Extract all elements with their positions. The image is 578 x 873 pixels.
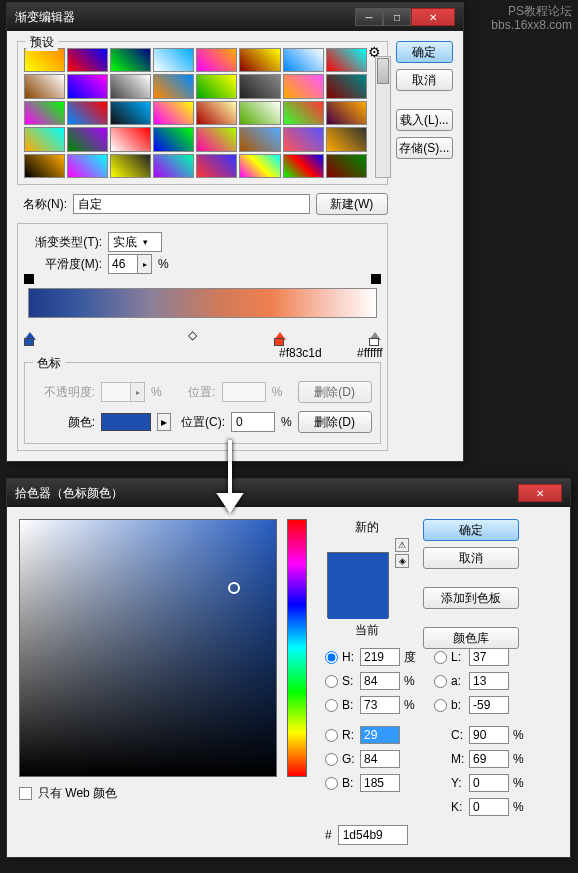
s-radio[interactable] bbox=[325, 675, 338, 688]
preset-swatch[interactable] bbox=[326, 48, 367, 72]
b-radio[interactable] bbox=[325, 699, 338, 712]
color-stop-white[interactable] bbox=[369, 332, 381, 344]
scrollbar[interactable] bbox=[375, 56, 391, 178]
h-radio[interactable] bbox=[325, 651, 338, 664]
preset-swatch[interactable] bbox=[196, 101, 237, 125]
preset-swatch[interactable] bbox=[24, 127, 65, 151]
close-button[interactable]: ✕ bbox=[411, 8, 455, 26]
preset-swatch[interactable] bbox=[196, 74, 237, 98]
preset-swatch[interactable] bbox=[110, 101, 151, 125]
b2-radio[interactable] bbox=[325, 777, 338, 790]
preset-swatch[interactable] bbox=[239, 74, 280, 98]
minimize-button[interactable]: ─ bbox=[355, 8, 383, 26]
hue-slider[interactable] bbox=[287, 519, 307, 777]
color-arrow-icon[interactable]: ▸ bbox=[157, 413, 171, 431]
preset-swatch[interactable] bbox=[239, 101, 280, 125]
preset-swatch[interactable] bbox=[24, 101, 65, 125]
s-input[interactable]: 84 bbox=[360, 672, 400, 690]
preset-swatch[interactable] bbox=[24, 154, 65, 178]
ok-button[interactable]: 确定 bbox=[396, 41, 453, 63]
new-current-swatch[interactable] bbox=[327, 552, 389, 618]
hex-input[interactable]: 1d54b9 bbox=[338, 825, 408, 845]
cancel-button[interactable]: 取消 bbox=[423, 547, 519, 569]
cube-icon[interactable]: ◈ bbox=[395, 554, 409, 568]
delete-opacity-button: 删除(D) bbox=[298, 381, 372, 403]
preset-swatch[interactable] bbox=[196, 154, 237, 178]
preset-swatch[interactable] bbox=[196, 48, 237, 72]
color-stop-red[interactable] bbox=[274, 332, 286, 344]
preset-swatch[interactable] bbox=[326, 127, 367, 151]
preset-swatch[interactable] bbox=[153, 127, 194, 151]
add-swatch-button[interactable]: 添加到色板 bbox=[423, 587, 519, 609]
preset-swatch[interactable] bbox=[67, 154, 108, 178]
annotation-white: #ffffff bbox=[357, 346, 383, 360]
color-swatch[interactable] bbox=[101, 413, 151, 431]
titlebar[interactable]: 拾色器（色标颜色） ✕ bbox=[7, 479, 570, 507]
titlebar[interactable]: 渐变编辑器 ─ □ ✕ bbox=[7, 3, 463, 31]
preset-swatch[interactable] bbox=[239, 127, 280, 151]
warning-icon[interactable]: ⚠ bbox=[395, 538, 409, 552]
g-radio[interactable] bbox=[325, 753, 338, 766]
b2-input[interactable]: 185 bbox=[360, 774, 400, 792]
cancel-button[interactable]: 取消 bbox=[396, 69, 453, 91]
color-stop-blue[interactable] bbox=[24, 332, 36, 344]
preset-swatch[interactable] bbox=[283, 48, 324, 72]
color-field[interactable] bbox=[19, 519, 277, 777]
preset-swatch[interactable] bbox=[153, 101, 194, 125]
preset-swatch[interactable] bbox=[153, 48, 194, 72]
g-input[interactable]: 84 bbox=[360, 750, 400, 768]
preset-swatch[interactable] bbox=[283, 74, 324, 98]
preset-swatch[interactable] bbox=[283, 127, 324, 151]
h-input[interactable]: 219 bbox=[360, 648, 400, 666]
close-button[interactable]: ✕ bbox=[518, 484, 562, 502]
preset-swatch[interactable] bbox=[110, 48, 151, 72]
preset-swatch[interactable] bbox=[239, 154, 280, 178]
midpoint-stop[interactable]: ◇ bbox=[188, 328, 200, 340]
delete-color-button[interactable]: 删除(D) bbox=[298, 411, 372, 433]
preset-swatch[interactable] bbox=[326, 74, 367, 98]
preset-swatch[interactable] bbox=[67, 127, 108, 151]
load-button[interactable]: 载入(L)... bbox=[396, 109, 453, 131]
scrollbar-thumb[interactable] bbox=[377, 58, 389, 84]
preset-swatch[interactable] bbox=[326, 101, 367, 125]
dialog-title: 拾色器（色标颜色） bbox=[15, 485, 518, 502]
opacity-stop-right[interactable] bbox=[371, 274, 381, 284]
preset-swatch[interactable] bbox=[67, 101, 108, 125]
type-select[interactable]: 实底 bbox=[108, 232, 162, 252]
picker-left: 只有 Web 颜色 bbox=[19, 519, 307, 845]
opacity-stop-left[interactable] bbox=[24, 274, 34, 284]
new-button[interactable]: 新建(W) bbox=[316, 193, 388, 215]
preset-swatch[interactable] bbox=[283, 154, 324, 178]
smooth-spinner[interactable]: 46▸ bbox=[108, 254, 152, 274]
preset-swatch[interactable] bbox=[239, 48, 280, 72]
gradient-bar[interactable] bbox=[28, 288, 377, 318]
preset-swatch[interactable] bbox=[110, 74, 151, 98]
preset-swatch[interactable] bbox=[153, 74, 194, 98]
location-input[interactable]: 0 bbox=[231, 412, 275, 432]
preset-swatch[interactable] bbox=[110, 154, 151, 178]
web-only-checkbox[interactable]: 只有 Web 颜色 bbox=[19, 785, 307, 802]
save-button[interactable]: 存储(S)... bbox=[396, 137, 453, 159]
color-cursor[interactable] bbox=[228, 582, 240, 594]
preset-swatch[interactable] bbox=[110, 127, 151, 151]
preset-swatch[interactable] bbox=[67, 74, 108, 98]
b-input[interactable]: 73 bbox=[360, 696, 400, 714]
r-radio[interactable] bbox=[325, 729, 338, 742]
presets-fieldset: 预设 ⚙ bbox=[17, 41, 388, 185]
new-color bbox=[328, 553, 388, 586]
type-label: 渐变类型(T): bbox=[24, 234, 102, 251]
name-input[interactable]: 自定 bbox=[73, 194, 310, 214]
maximize-button[interactable]: □ bbox=[383, 8, 411, 26]
preset-swatch[interactable] bbox=[24, 74, 65, 98]
preset-swatch[interactable] bbox=[153, 154, 194, 178]
preset-grid bbox=[24, 48, 367, 178]
color-lib-button[interactable]: 颜色库 bbox=[423, 627, 519, 649]
preset-swatch[interactable] bbox=[67, 48, 108, 72]
preset-swatch[interactable] bbox=[326, 154, 367, 178]
r-input[interactable]: 29 bbox=[360, 726, 400, 744]
location-label: 位置(C): bbox=[177, 414, 225, 431]
preset-swatch[interactable] bbox=[196, 127, 237, 151]
preset-swatch[interactable] bbox=[24, 48, 65, 72]
ok-button[interactable]: 确定 bbox=[423, 519, 519, 541]
preset-swatch[interactable] bbox=[283, 101, 324, 125]
